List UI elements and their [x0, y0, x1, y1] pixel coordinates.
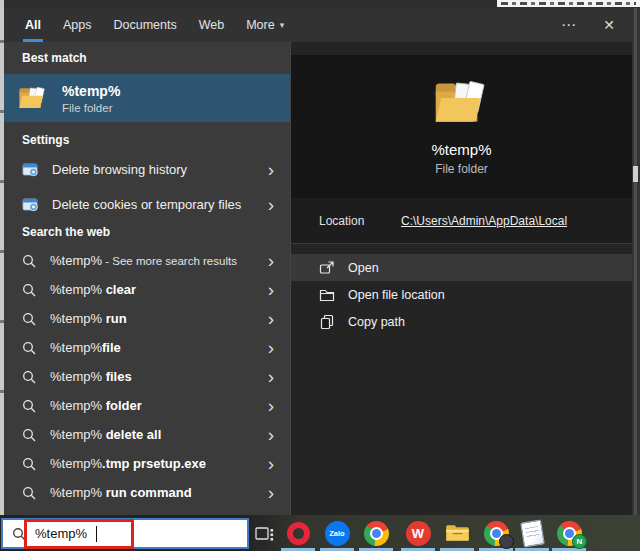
search-icon [22, 428, 36, 442]
background-scrollbar-track [634, 8, 637, 515]
chevron-right-icon[interactable]: › [262, 251, 280, 270]
open-icon [319, 260, 335, 276]
preview-subtitle: File folder [435, 162, 488, 176]
web-suggestion-row[interactable]: %temp% files › [4, 362, 290, 391]
best-match-result[interactable]: %temp% File folder [4, 74, 290, 122]
internet-options-icon [22, 196, 38, 212]
taskbar-app-notes[interactable] [512, 515, 552, 551]
task-view-icon [254, 523, 275, 544]
action-open-file-location[interactable]: Open file location [291, 281, 632, 308]
suggestion-completion: .tmp prsetup.exe [102, 456, 206, 471]
web-suggestion-row[interactable]: %temp% delete all › [4, 420, 290, 449]
settings-result-delete-cookies[interactable]: Delete cookies or temporary files › [4, 190, 290, 218]
chevron-right-icon[interactable]: › [262, 309, 280, 328]
result-preview-pane: %temp% File folder Location C:\Users\Adm… [291, 42, 632, 515]
folder-icon [18, 85, 48, 112]
taskbar-app-chrome-profile[interactable] [476, 515, 516, 551]
search-icon [22, 370, 36, 384]
suggestion-completion: clear [102, 282, 136, 297]
suggestion-completion: - See more search results [102, 255, 237, 267]
chrome-icon [364, 521, 389, 546]
web-suggestion-row[interactable]: %temp% run › [4, 304, 290, 333]
chevron-right-icon[interactable]: › [262, 396, 280, 415]
web-suggestion-row[interactable]: %temp%file › [4, 333, 290, 362]
suggestion-completion: run command [102, 485, 192, 500]
suggestion-query: %temp% [50, 369, 102, 384]
chevron-right-icon[interactable]: › [262, 367, 280, 386]
chevron-down-icon: ▾ [280, 20, 285, 30]
chevron-right-icon[interactable]: › [262, 338, 280, 357]
settings-result-label: Delete browsing history [52, 162, 262, 177]
suggestion-completion: delete all [102, 427, 161, 442]
action-label: Open [348, 261, 379, 275]
close-icon[interactable]: ✕ [594, 8, 624, 42]
suggestion-completion: file [102, 340, 121, 355]
taskbar-app-zalo[interactable]: Zalo [317, 515, 357, 551]
folder-location-icon [319, 287, 335, 303]
taskbar-search-box[interactable]: %temp% [1, 518, 249, 549]
web-suggestion-row[interactable]: %temp% - See more search results › [4, 246, 290, 275]
suggestion-query: %temp% [50, 485, 102, 500]
suggestion-completion: folder [102, 398, 142, 413]
taskbar-app-opera[interactable] [278, 515, 318, 551]
context-actions: Open Open file location Copy path [291, 254, 632, 335]
options-ellipsis-button[interactable]: ⋯ [554, 8, 584, 42]
new-badge: N [572, 534, 587, 549]
web-suggestion-row[interactable]: %temp% folder › [4, 391, 290, 420]
preview-card: %temp% File folder [291, 55, 632, 198]
background-page-text-fragment [497, 0, 640, 7]
search-icon [22, 254, 36, 268]
chevron-right-icon[interactable]: › [262, 454, 280, 473]
background-page-edge-right [632, 8, 640, 515]
tab-documents[interactable]: Documents [113, 8, 176, 42]
tab-more[interactable]: More▾ [246, 8, 284, 42]
suggestion-completion: files [102, 369, 132, 384]
folder-icon [433, 78, 491, 129]
chevron-right-icon[interactable]: › [262, 483, 280, 502]
web-suggestions-list: %temp% - See more search results › %temp… [4, 246, 290, 507]
web-suggestion-row[interactable]: %temp% clear › [4, 275, 290, 304]
web-suggestion-row[interactable]: %temp% run command › [4, 478, 290, 507]
settings-result-label: Delete cookies or temporary files [52, 197, 262, 212]
action-label: Open file location [348, 288, 445, 302]
settings-result-delete-browsing-history[interactable]: Delete browsing history › [4, 155, 290, 183]
search-input-value: %temp% [35, 526, 87, 541]
taskbar-app-chrome[interactable] [356, 515, 396, 551]
suggestion-query: %temp% [50, 398, 102, 413]
search-icon [22, 457, 36, 471]
background-scrollbar-thumb [633, 166, 638, 182]
text-cursor [96, 526, 97, 542]
start-search-panel: All Apps Documents Web More▾ ⋯ ✕ Best ma… [4, 8, 632, 515]
action-copy-path[interactable]: Copy path [291, 308, 632, 335]
taskbar-app-chrome-new[interactable]: N [549, 515, 589, 551]
search-icon [12, 527, 26, 541]
taskbar-app-wps[interactable]: W [398, 515, 438, 551]
suggestion-query: %temp% [50, 340, 102, 355]
taskbar: %temp% Zalo W [0, 515, 640, 551]
chevron-right-icon[interactable]: › [262, 280, 280, 299]
suggestion-query: %temp% [50, 282, 102, 297]
search-the-web-header: Search the web [4, 225, 290, 240]
suggestion-query: %temp% [50, 311, 102, 326]
settings-header: Settings [4, 133, 290, 148]
tab-apps[interactable]: Apps [63, 8, 92, 42]
search-icon [22, 486, 36, 500]
location-path-link[interactable]: C:\Users\Admin\AppData\Local [401, 214, 567, 228]
tab-all[interactable]: All [25, 8, 41, 42]
suggestion-query: %temp% [50, 427, 102, 442]
chevron-right-icon[interactable]: › [262, 160, 280, 179]
chevron-right-icon[interactable]: › [262, 195, 280, 214]
search-icon [22, 312, 36, 326]
suggestion-completion: run [102, 311, 127, 326]
action-open[interactable]: Open [291, 254, 632, 281]
internet-options-icon [22, 161, 38, 177]
search-results-column: Best match %temp% File folder [4, 42, 291, 515]
tab-web[interactable]: Web [199, 8, 224, 42]
best-match-subtitle: File folder [62, 102, 120, 114]
action-label: Copy path [348, 315, 405, 329]
chevron-right-icon[interactable]: › [262, 425, 280, 444]
web-suggestion-row[interactable]: %temp%.tmp prsetup.exe › [4, 449, 290, 478]
notes-icon [520, 519, 545, 547]
suggestion-query: %temp% [50, 456, 102, 471]
taskbar-app-file-explorer[interactable] [437, 515, 477, 551]
